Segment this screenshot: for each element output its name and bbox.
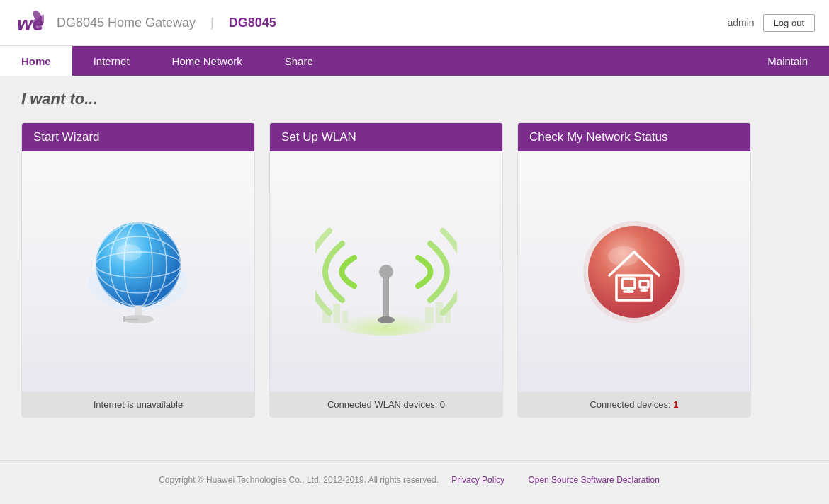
header-right: admin Log out [727,14,815,32]
cards-container: Start Wizard [21,122,808,418]
card-body-wizard [22,151,254,392]
logo-area: we DG8045 Home Gateway | DG8045 [14,8,282,38]
network-status-icon [577,215,691,328]
card-footer-wizard: Internet is unavailable [22,392,254,417]
svg-rect-25 [342,311,348,323]
card-footer-wlan: Connected WLAN devices: 0 [270,392,502,417]
header-title: DG8045 Home Gateway | DG8045 [51,16,282,30]
card-title-wlan: Set Up WLAN [270,123,502,151]
card-title-network: Check My Network Status [518,123,750,151]
copyright-text: Copyright © Huawei Technologies Co., Ltd… [159,475,439,485]
svg-rect-23 [322,309,331,323]
connected-devices-count: 1 [673,399,678,410]
gateway-title: DG8045 Home Gateway [57,16,196,30]
card-title-wizard: Start Wizard [22,123,254,151]
start-wizard-card[interactable]: Start Wizard [21,122,255,418]
nav-home[interactable]: Home [0,46,72,76]
oss-declaration-link[interactable]: Open Source Software Declaration [528,475,659,485]
svg-rect-26 [425,307,434,323]
nav-spacer [334,46,747,76]
nav-home-network[interactable]: Home Network [151,46,264,76]
svg-rect-27 [436,302,443,323]
nav-internet[interactable]: Internet [72,46,151,76]
svg-point-22 [378,316,395,323]
wlan-icon [315,201,457,343]
nav-maintain[interactable]: Maintain [746,46,829,76]
header: we DG8045 Home Gateway | DG8045 admin Lo… [0,0,829,46]
card-footer-network: Connected devices: 1 [518,392,750,417]
main-nav: Home Internet Home Network Share Maintai… [0,46,829,76]
privacy-policy-link[interactable]: Privacy Policy [451,475,504,485]
svg-point-14 [116,244,142,261]
card-body-wlan [270,151,502,392]
svg-rect-24 [333,304,340,323]
globe-icon [78,212,198,332]
nav-share[interactable]: Share [264,46,334,76]
svg-rect-28 [445,309,451,323]
connected-devices-label: Connected devices: [590,399,673,410]
footer: Copyright © Huawei Technologies Co., Ltd… [0,460,829,499]
main-content: I want to... Start Wizard [0,76,829,432]
separator: | [210,16,214,30]
device-name: DG8045 [229,16,276,30]
admin-label: admin [727,17,754,28]
svg-point-30 [588,226,680,318]
card-body-network [518,151,750,392]
section-heading: I want to... [21,90,808,108]
setup-wlan-card[interactable]: Set Up WLAN [269,122,503,418]
network-status-card[interactable]: Check My Network Status [517,122,751,418]
svg-rect-21 [383,272,389,320]
huawei-logo: we [14,8,44,38]
logout-button[interactable]: Log out [763,14,815,32]
